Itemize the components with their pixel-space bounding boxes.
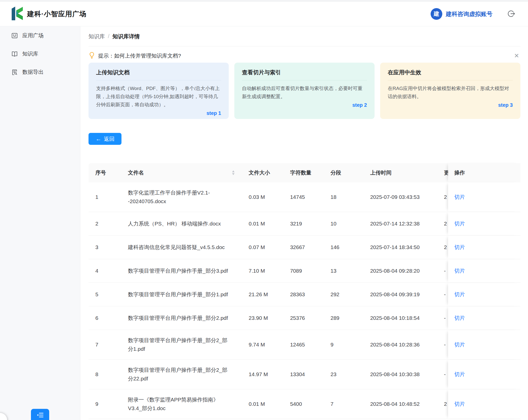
slice-link[interactable]: 切片 [454,314,465,322]
cell-clipped: - [435,306,448,330]
cell-filename: 附录一《数字监理APP简易操作指南》 V3.4_部分1.doc [121,389,240,419]
lightbulb-icon [89,52,95,60]
slice-link[interactable]: 切片 [454,267,465,274]
table-body: 1 数字化监理工作平台操作手册V2.1- -20240705.docx 0.03… [89,182,520,419]
slice-link[interactable]: 切片 [454,291,465,298]
cell-index: 6 [89,306,121,330]
logout-icon [507,10,515,19]
cell-filesize: 0.01 M [240,389,281,419]
table-row: 1 数字化监理工作平台操作手册V2.1- -20240705.docx 0.03… [89,182,520,212]
cell-action: 切片 [448,360,520,389]
table-row: 2 人力系统（PS、HR） 移动端操作.docx 0.01 M 3219 10 … [89,212,520,236]
avatar[interactable]: 建 [431,8,442,20]
col-clipped: 更 [435,163,448,182]
cell-index: 1 [89,182,121,212]
corner-decoration [0,413,7,420]
brand: 建科·小智应用广场 [12,7,86,21]
cell-index: 5 [89,283,121,306]
cell-index: 9 [89,389,121,419]
cell-charcount: 25376 [281,306,322,330]
step-cards: 上传知识文档 支持多种格式（Word、PDF、图片等），单个/总大小有上限，上传… [89,63,520,119]
main-content: 知识库 / 知识库详情 提示：如何上传并管理知识库文档? ✕ [80,26,528,420]
cell-clipped: - [435,360,448,389]
cell-filename: 建科咨询信息化常见问题答疑_v4.5.5.doc [121,236,240,259]
col-uploadtime: 上传时间 [361,163,435,182]
cell-action: 切片 [448,389,520,419]
sort-icon[interactable] [232,170,235,175]
back-button-label: 返回 [104,135,115,143]
slice-link[interactable]: 切片 [454,194,465,201]
cell-index: 7 [89,330,121,359]
sidebar-item-data-export[interactable]: 数据导出 [0,63,80,81]
cell-index: 4 [89,259,121,283]
divider [89,46,520,46]
cell-action: 切片 [448,283,520,306]
sidebar-collapse-button[interactable] [31,409,49,420]
cell-filesize: 21.26 M [240,283,281,306]
cell-charcount: 32667 [281,236,322,259]
cell-uploadtime: 2025-07-14 18:34:50 [361,236,435,259]
slice-link[interactable]: 切片 [454,341,465,348]
account-area: 建 建科咨询虚拟账号 [431,8,515,20]
table-row: 7 数字项目管理平台用户操作手册_部分2_部 分1.pdf 9.74 M 124… [89,330,520,360]
cell-segments: 146 [322,236,361,259]
table-row: 9 附录一《数字监理APP简易操作指南》 V3.4_部分1.doc 0.01 M… [89,389,520,419]
cell-uploadtime: 2025-08-04 10:28:36 [361,330,435,359]
cell-filename: 数字化监理工作平台操作手册V2.1- -20240705.docx [121,182,240,212]
back-arrow-icon: ← [96,136,101,142]
sidebar-item-app-plaza[interactable]: 应用广场 [0,26,80,45]
close-icon: ✕ [514,52,519,59]
cell-segments: 7 [322,389,361,419]
step-label: step 1 [96,110,221,116]
cell-uploadtime: 2025-08-04 09:28:20 [361,259,435,283]
card-body: 支持多种格式（Word、PDF、图片等），单个/总大小有上限，上传后自动处理（约… [96,84,221,109]
back-button[interactable]: ← 返回 [89,133,121,145]
cell-action: 切片 [448,212,520,235]
cell-filename: 数字项目管理平台用户操作手册_部分2.pdf [121,306,240,330]
cell-filesize: 9.74 M [240,330,281,359]
slice-link[interactable]: 切片 [454,220,465,227]
cell-clipped: - [435,330,448,359]
tip-close-button[interactable]: ✕ [513,52,520,60]
cell-charcount: 14745 [281,182,322,212]
cell-charcount: 12465 [281,330,322,359]
app-window-icon [11,32,18,39]
cell-clipped: - [435,283,448,306]
table-row: 8 数字项目管理平台用户操作手册_部分2_部 分22.pdf 14.97 M 1… [89,360,520,389]
cell-action: 切片 [448,259,520,283]
app-window: 建科·小智应用广场 建 建科咨询虚拟账号 [0,0,528,420]
col-filename: 文件名 [121,163,240,182]
slice-link[interactable]: 切片 [454,244,465,251]
cell-segments: 18 [322,182,361,212]
cell-action: 切片 [448,236,520,259]
tip-bar: 提示：如何上传并管理知识库文档? ✕ [89,52,520,60]
cell-action: 切片 [448,330,520,359]
cell-charcount: 7089 [281,259,322,283]
cell-filesize: 23.90 M [240,306,281,330]
col-filename-label: 文件名 [128,169,144,176]
slice-link[interactable]: 切片 [454,400,465,408]
cell-clipped: - [435,259,448,283]
cell-clipped: 2 [435,236,448,259]
cell-index: 3 [89,236,121,259]
account-name[interactable]: 建科咨询虚拟账号 [446,10,492,18]
cell-uploadtime: 2025-07-09 03:43:53 [361,182,435,212]
breadcrumb-parent[interactable]: 知识库 [89,33,105,40]
cell-segments: 9 [322,330,361,359]
slice-link[interactable]: 切片 [454,371,465,378]
logout-button[interactable] [507,10,515,18]
sidebar-item-label: 数据导出 [22,68,44,76]
cell-clipped: 2 [435,182,448,212]
sidebar-item-label: 应用广场 [22,32,44,39]
cell-segments: 10 [322,212,361,235]
col-index: 序号 [89,163,121,182]
cell-charcount: 3219 [281,212,322,235]
cell-filesize: 0.01 M [240,212,281,235]
cell-filename: 数字项目管理平台用户操作手册_部分1.pdf [121,283,240,306]
table-header: 序号 文件名 文件大小 字符数量 分段 上传时间 更 操作 [89,163,520,182]
cell-clipped: 2 [435,212,448,235]
sidebar-item-knowledge-base[interactable]: 知识库 [0,45,80,63]
cell-uploadtime: 2025-08-04 10:30:38 [361,360,435,389]
step-card-slices: 查看切片与索引 自动解析成功后可查看切片数量与索引状态，必要时可重新生成或调整配… [234,63,375,119]
cell-action: 切片 [448,306,520,330]
